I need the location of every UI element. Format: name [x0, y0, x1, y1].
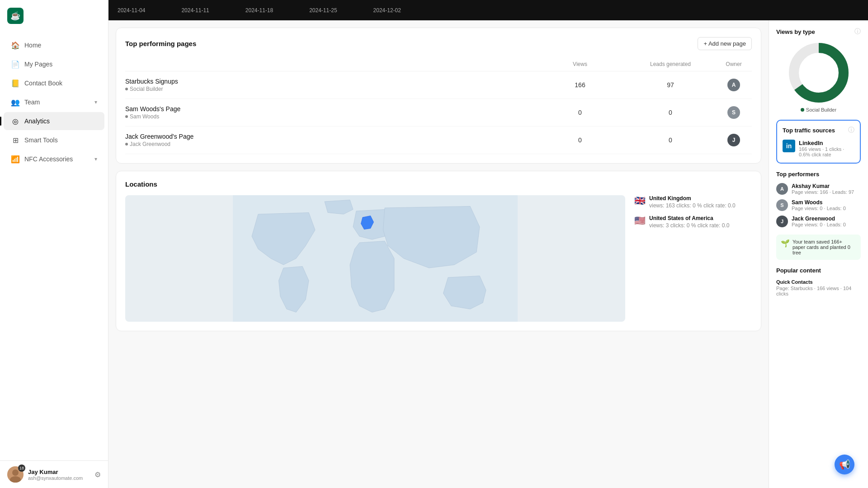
views-by-type-card: Views by type ⓘ Social Builder [776, 28, 861, 113]
performer-stats-3: Page views: 0 · Leads: 0 [792, 222, 846, 227]
page-builder-1: Social Builder [130, 86, 163, 92]
sidebar-item-my-pages-label: My Pages [24, 61, 52, 68]
sidebar-logo: ☕ [0, 0, 108, 32]
info-icon[interactable]: ⓘ [854, 28, 861, 36]
smart-tools-icon: ⊞ [11, 136, 20, 145]
user-email: ash@synxautomate.com [28, 475, 90, 481]
top-performers-card: Top performers A Akshay Kumar Page views… [776, 171, 861, 227]
popular-header: Popular content [776, 267, 861, 274]
sidebar-item-nfc-accessories[interactable]: 📶 NFC Accessories ▾ [4, 150, 104, 168]
location-name-us: United States of America [649, 215, 729, 221]
top-performing-header: Top performing pages + Add new page [125, 37, 752, 50]
page-sub-3: Jack Greenwood [125, 141, 535, 147]
page-info-1: Starbucks Signups Social Builder [125, 78, 535, 92]
add-new-page-button[interactable]: + Add new page [698, 37, 752, 50]
locations-section: Locations [116, 171, 761, 331]
flag-us: 🇺🇸 [634, 215, 646, 226]
performers-header: Top performers [776, 171, 861, 178]
donut-chart: Social Builder [776, 41, 861, 113]
top-performing-title: Top performing pages [125, 40, 196, 47]
leads-1: 97 [625, 81, 716, 89]
builder-dot-2 [125, 115, 128, 118]
popular-item-1: Quick Contacts Page: Starbucks · 166 vie… [776, 279, 861, 296]
nfc-icon: 📶 [11, 155, 20, 164]
location-stats-uk: views: 163 clicks: 0 % click rate: 0.0 [649, 202, 736, 209]
performer-item-3: J Jack Greenwood Page views: 0 · Leads: … [776, 216, 861, 227]
page-info-3: Jack Greenwood's Page Jack Greenwood [125, 133, 535, 147]
sidebar-item-my-pages[interactable]: 📄 My Pages [4, 55, 104, 73]
date-2: 2024-11-11 [181, 7, 209, 14]
locations-content: 🇬🇧 United Kingdom views: 163 clicks: 0 %… [125, 195, 752, 322]
user-info: Jay Kumar ash@synxautomate.com [28, 469, 90, 481]
sidebar-item-analytics-label: Analytics [24, 117, 50, 125]
table-row: Sam Woods's Page Sam Woods 0 0 S [125, 99, 752, 127]
chevron-down-icon-2: ▾ [94, 156, 97, 162]
table-row: Jack Greenwood's Page Jack Greenwood 0 0… [125, 127, 752, 154]
chat-fab[interactable]: 📢 [835, 455, 854, 474]
content-area: Top performing pages + Add new page View… [108, 20, 868, 488]
performer-item-1: A Akshay Kumar Page views: 166 · Leads: … [776, 183, 861, 195]
page-info-2: Sam Woods's Page Sam Woods [125, 105, 535, 120]
top-performers-title: Top performers [776, 171, 819, 178]
popular-content-title: Popular content [776, 267, 821, 274]
owner-avatar-3: J [727, 134, 740, 146]
table-header: Views Leads generated Owner [125, 57, 752, 71]
date-5: 2024-12-02 [373, 7, 401, 14]
views-1: 166 [535, 81, 625, 89]
performer-stats-1: Page views: 166 · Leads: 97 [792, 189, 854, 195]
traffic-card-header: Top traffic sources ⓘ [783, 126, 854, 134]
app-logo: ☕ [7, 8, 24, 24]
sidebar-item-analytics[interactable]: ◎ Analytics [4, 112, 104, 130]
owner-3: J [716, 134, 752, 146]
owner-avatar-1: A [727, 79, 740, 91]
traffic-item-linkedin: in LinkedIn 166 views · 1 clicks · 0.6% … [783, 140, 854, 157]
traffic-stats-linkedin: 166 views · 1 clicks · 0.6% click rate [799, 146, 854, 157]
eco-card: 🌱 Your team saved 166+ paper cards and p… [776, 235, 861, 260]
settings-icon[interactable]: ⚙ [94, 470, 101, 479]
sidebar-item-nfc-accessories-label: NFC Accessories [24, 155, 73, 163]
eco-icon: 🌱 [781, 239, 790, 255]
col-leads: Leads generated [625, 61, 716, 67]
sidebar-item-team[interactable]: 👥 Team ▾ [4, 93, 104, 111]
sidebar-footer: 18 Jay Kumar ash@synxautomate.com ⚙ [0, 460, 108, 488]
location-item-uk: 🇬🇧 United Kingdom views: 163 clicks: 0 %… [634, 195, 752, 209]
performer-avatar-1: A [776, 183, 788, 195]
center-panel: Top performing pages + Add new page View… [108, 20, 769, 488]
owner-avatar-2: S [727, 106, 740, 119]
popular-item-title-1: Quick Contacts [776, 279, 861, 285]
performer-name-3: Jack Greenwood [792, 216, 846, 222]
legend-dot [801, 108, 804, 112]
builder-dot [125, 88, 128, 90]
active-indicator [0, 117, 1, 126]
date-3: 2024-11-18 [245, 7, 273, 14]
builder-dot-3 [125, 143, 128, 145]
locations-title: Locations [125, 180, 752, 188]
traffic-info-linkedin: LinkedIn 166 views · 1 clicks · 0.6% cli… [799, 140, 854, 157]
right-panel: Views by type ⓘ Social Builder [769, 20, 868, 488]
sidebar-item-smart-tools[interactable]: ⊞ Smart Tools [4, 131, 104, 149]
col-views: Views [535, 61, 625, 67]
sidebar-item-contact-book[interactable]: 📒 Contact Book [4, 74, 104, 92]
sidebar: ☕ 🏠 Home 📄 My Pages 📒 Contact Book 👥 Tea… [0, 0, 108, 488]
sidebar-item-contact-book-label: Contact Book [24, 80, 62, 87]
performer-name-1: Akshay Kumar [792, 183, 854, 189]
main-content: 2024-11-04 2024-11-11 2024-11-18 2024-11… [108, 0, 868, 488]
sidebar-item-home[interactable]: 🏠 Home [4, 36, 104, 54]
col-page [125, 61, 535, 67]
svg-point-1 [12, 469, 19, 476]
page-name-2: Sam Woods's Page [125, 105, 535, 113]
sidebar-item-smart-tools-label: Smart Tools [24, 136, 58, 144]
leads-2: 0 [625, 109, 716, 116]
legend-label: Social Builder [806, 107, 836, 113]
top-traffic-title: Top traffic sources [783, 127, 835, 134]
location-info-uk: United Kingdom views: 163 clicks: 0 % cl… [649, 195, 736, 209]
traffic-name-linkedin: LinkedIn [799, 140, 854, 146]
chat-icon: 📢 [839, 459, 850, 470]
page-name-3: Jack Greenwood's Page [125, 133, 535, 140]
location-item-us: 🇺🇸 United States of America views: 3 cli… [634, 215, 752, 229]
date-1: 2024-11-04 [118, 7, 145, 14]
page-sub-2: Sam Woods [125, 113, 535, 120]
traffic-info-icon[interactable]: ⓘ [848, 126, 854, 134]
team-icon: 👥 [11, 98, 20, 107]
table-row: Starbucks Signups Social Builder 166 97 … [125, 71, 752, 99]
